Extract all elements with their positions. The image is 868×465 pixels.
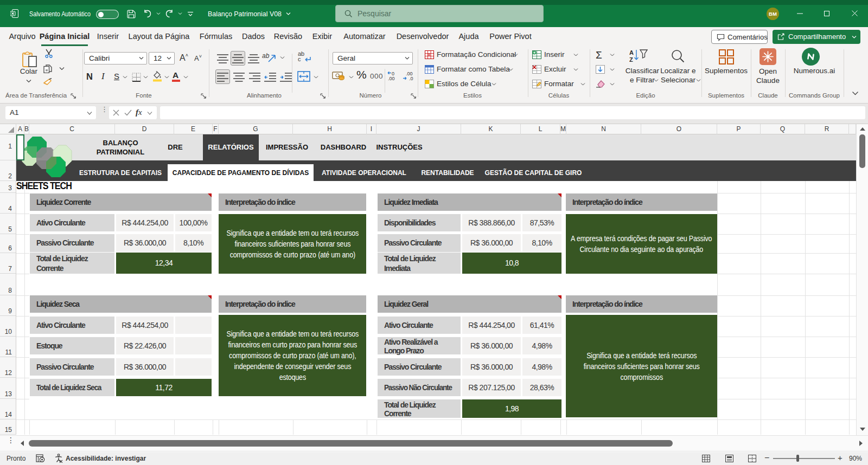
- svg-text:Z: Z: [629, 56, 633, 63]
- svg-text:A: A: [629, 49, 634, 56]
- svg-text:.00: .00: [388, 76, 395, 81]
- svg-text:.0: .0: [409, 76, 413, 81]
